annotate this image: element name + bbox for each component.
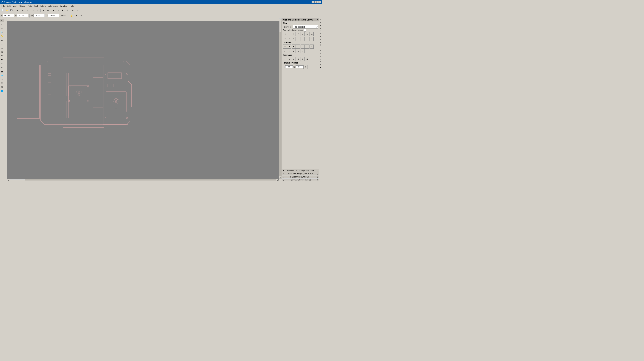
tweak-tool[interactable]: ✦ xyxy=(0,26,4,30)
gradient-tool[interactable]: ▦ xyxy=(0,69,4,73)
raise-top-button[interactable]: ⬆ xyxy=(60,8,65,12)
node-tool[interactable]: ⬡ xyxy=(0,22,4,26)
far-right-btn-5[interactable]: ↶ xyxy=(320,30,322,32)
far-right-btn-13[interactable]: T xyxy=(320,52,322,55)
scroll-up-button[interactable]: ▲ xyxy=(279,18,282,21)
menu-text[interactable]: Text xyxy=(33,4,39,7)
open-button[interactable]: 📂 xyxy=(5,8,9,12)
far-right-btn-2[interactable]: ⊗ xyxy=(320,21,322,24)
pen-tool[interactable]: ✒ xyxy=(0,58,4,61)
far-right-btn-15[interactable]: ○ xyxy=(320,58,322,60)
distribute-right[interactable]: ⊢ xyxy=(292,44,296,49)
snap-button[interactable]: ⊕ xyxy=(74,13,78,18)
distribute-left[interactable]: ⊣ xyxy=(283,44,287,49)
distribute-v-equal[interactable]: ⇕ xyxy=(296,49,300,53)
far-right-btn-16[interactable]: ⊕ xyxy=(320,60,322,63)
panel-list-close-fill[interactable]: ▽ xyxy=(317,176,318,178)
flip-v-button[interactable]: ↕ xyxy=(75,8,80,12)
menu-extensions[interactable]: Extensions xyxy=(47,4,59,7)
far-right-btn-14[interactable]: ▭ xyxy=(320,55,322,57)
titlebar-controls[interactable]: _ □ × xyxy=(312,1,321,3)
align-panel-header[interactable]: Align and Distribute (Shift+Ctrl+A) × xyxy=(282,18,319,21)
distribute-bottom[interactable]: ⊥ xyxy=(305,44,309,49)
far-right-btn-12[interactable]: A xyxy=(320,49,322,52)
menu-help[interactable]: Help xyxy=(68,4,75,7)
distribute-top[interactable]: ⊤ xyxy=(296,44,300,49)
unit-select[interactable]: mm px in xyxy=(60,14,67,17)
menu-edit[interactable]: Edit xyxy=(6,4,12,7)
align-last-center-h[interactable]: ⊥ xyxy=(300,37,305,41)
calligraphy-tool[interactable]: ♦ xyxy=(0,62,4,65)
canvas-wrap[interactable]: /* rendered below */ xyxy=(4,18,282,180)
snap2-button[interactable]: ⊗ xyxy=(79,13,83,18)
panel-list-item-fill[interactable]: ▶ Fill and Stroke (Shift+Ctrl+F) ▽ xyxy=(282,175,319,178)
menu-path[interactable]: Path xyxy=(26,4,33,7)
scroll-right-button[interactable]: ▶ xyxy=(276,179,278,181)
connector-tool[interactable]: ⤷ xyxy=(0,77,4,81)
align-top-edges[interactable]: ⊤ xyxy=(296,32,300,36)
align-last-top[interactable]: ⊤ xyxy=(296,37,300,41)
rearrange-exchange3[interactable]: ⊠ xyxy=(305,57,309,61)
lower-bottom-button[interactable]: ⬇ xyxy=(65,8,69,12)
ungroup-button[interactable]: ⊟ xyxy=(46,8,50,12)
x-input[interactable] xyxy=(3,14,14,17)
new-button[interactable]: 📄 xyxy=(0,8,4,12)
align-bottom-edges[interactable]: ⊥ xyxy=(305,32,309,36)
far-right-btn-4[interactable]: ≡ xyxy=(320,27,322,30)
zoom-in-button[interactable]: + xyxy=(31,8,35,12)
menu-file[interactable]: File xyxy=(0,4,6,7)
scroll-h-track[interactable] xyxy=(10,179,276,181)
align-last-baseline[interactable]: yA xyxy=(310,37,314,41)
far-right-btn-8[interactable]: ⊞ xyxy=(320,38,322,41)
align-last-bottom[interactable]: ⊥ xyxy=(305,37,309,41)
menu-window[interactable]: Window xyxy=(59,4,68,7)
far-right-btn-9[interactable]: ⊠ xyxy=(320,41,322,43)
far-right-btn-7[interactable]: ✦ xyxy=(320,35,322,38)
align-last-center-v[interactable]: ⊢ xyxy=(287,37,291,41)
rearrange-exchange2[interactable]: ⊗ xyxy=(292,57,296,61)
distribute-random[interactable]: ⊞ xyxy=(300,49,305,53)
align-left-edges[interactable]: ⊣ xyxy=(283,32,287,36)
lock-ratio-button[interactable]: 🔒 xyxy=(70,13,74,18)
group-button[interactable]: ⊞ xyxy=(41,8,46,12)
print-button[interactable]: 🖨 xyxy=(15,8,19,12)
panel-list-close-transform[interactable]: ▽ xyxy=(317,179,318,180)
y-input[interactable] xyxy=(17,14,28,17)
remove-h-input[interactable] xyxy=(285,65,293,68)
menu-object[interactable]: Object xyxy=(18,4,26,7)
panel-list-item-align[interactable]: ▶ Align and Distribute (Shift+Ctrl+A) ▽ xyxy=(282,169,319,172)
far-right-btn-17[interactable]: ⊗ xyxy=(320,63,322,66)
far-right-btn-18[interactable]: ✱ xyxy=(320,66,322,69)
rearrange-reverse[interactable]: ⊟ xyxy=(300,57,305,61)
distribute-center-v[interactable]: ⊢ xyxy=(287,44,291,49)
minimize-button[interactable]: _ xyxy=(312,1,314,3)
panel-list-close-align[interactable]: ▽ xyxy=(317,170,318,172)
align-right-edges[interactable]: ⊢ xyxy=(292,32,296,36)
remove-overlaps-btn[interactable]: ⊕ xyxy=(303,65,308,69)
save-button[interactable]: 💾 xyxy=(9,8,14,12)
redo-button[interactable]: ↷ xyxy=(25,8,30,12)
align-center-v[interactable]: ⊢ xyxy=(287,32,291,36)
far-right-btn-10[interactable]: ⊟ xyxy=(320,44,322,46)
raise-button[interactable]: ▲ xyxy=(52,8,56,12)
far-right-btn-11[interactable]: ↔ xyxy=(320,46,322,49)
paint-tool[interactable]: 🪣 xyxy=(0,89,4,93)
zoom-out-button[interactable]: − xyxy=(36,8,40,12)
distribute-h-gaps[interactable]: ↔ xyxy=(283,49,287,53)
treat-selection-checkbox[interactable] xyxy=(304,29,306,31)
undo-button[interactable]: ↶ xyxy=(21,8,25,12)
scroll-v-track[interactable] xyxy=(279,21,282,176)
align-panel-close[interactable]: × xyxy=(317,19,318,21)
rearrange-order[interactable]: ⊞ xyxy=(296,57,300,61)
scroll-h-thumb[interactable] xyxy=(10,179,25,181)
scroll-down-button[interactable]: ▼ xyxy=(279,176,282,178)
w-input[interactable] xyxy=(34,14,45,17)
canvas[interactable]: ✛ xyxy=(7,21,282,180)
distribute-h-equal[interactable]: ⇔ xyxy=(292,49,296,53)
lower-button[interactable]: ▼ xyxy=(56,8,60,12)
distribute-center-h[interactable]: ⊥ xyxy=(300,44,305,49)
panel-list-close-export[interactable]: ▽ xyxy=(317,173,318,175)
spray-tool[interactable]: ∷ xyxy=(0,81,4,85)
dropper-tool[interactable]: 💧 xyxy=(0,73,4,77)
spiral-tool[interactable]: @ xyxy=(0,50,4,54)
